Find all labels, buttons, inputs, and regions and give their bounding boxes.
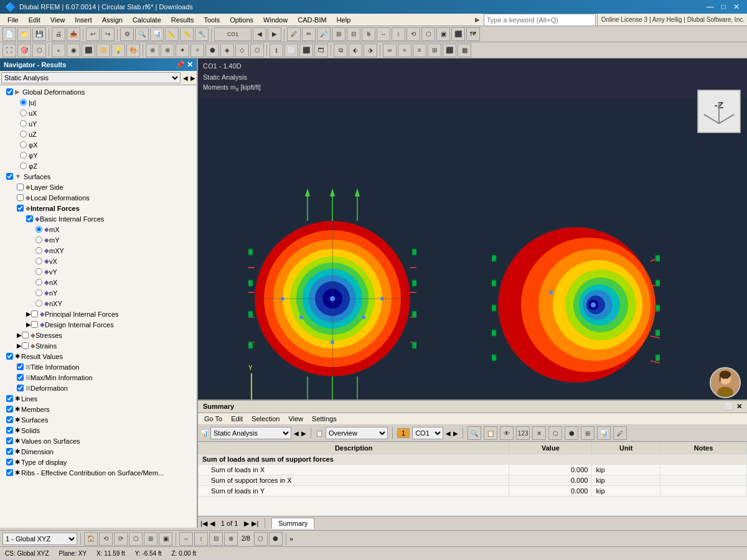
- tb2-btn10[interactable]: ⊕: [146, 44, 159, 57]
- tree-basic-internal-forces[interactable]: ◆ Basic Internal Forces: [0, 213, 197, 224]
- tb2-btn20[interactable]: ⬛: [299, 44, 313, 57]
- tree-title-info-checkbox[interactable]: [17, 363, 24, 370]
- tb1-nav-next[interactable]: ▶: [268, 27, 281, 41]
- tree-nxy-radio[interactable]: [35, 300, 42, 307]
- summary-analysis-select[interactable]: Static Analysis: [210, 427, 291, 439]
- tree-ny-radio[interactable]: [35, 289, 42, 296]
- tree-ribs-checkbox[interactable]: [6, 469, 13, 476]
- tb1-btn1[interactable]: ⚙: [120, 27, 134, 41]
- summary-restore-button[interactable]: ⬜: [725, 403, 734, 411]
- bottom-tb-btn7[interactable]: ↔: [179, 532, 193, 546]
- tb1-btn16[interactable]: ⬡: [421, 27, 435, 41]
- tb1-btn15[interactable]: ⟲: [406, 27, 420, 41]
- tb2-btn27[interactable]: ≡: [413, 44, 426, 57]
- menu-edit[interactable]: Edit: [24, 15, 45, 25]
- page-next-next-button[interactable]: ▶|: [251, 520, 258, 528]
- tb2-btn7[interactable]: 🔆: [96, 44, 110, 57]
- tree-vx[interactable]: ◆ vX: [0, 256, 197, 266]
- tree-lines[interactable]: ✱ Lines: [0, 393, 197, 404]
- tree-uy-radio[interactable]: [20, 120, 27, 127]
- bottom-more[interactable]: »: [289, 535, 293, 543]
- tb2-btn12[interactable]: ✦: [176, 44, 189, 57]
- tb2-btn8[interactable]: 💡: [111, 44, 125, 57]
- tree-nx[interactable]: ◆ nX: [0, 277, 197, 287]
- tree-ux[interactable]: uX: [0, 108, 197, 118]
- tb1-btn17[interactable]: ▣: [436, 27, 450, 41]
- tree-phiY[interactable]: φY: [0, 150, 197, 161]
- tree-stresses-checkbox[interactable]: [22, 332, 29, 338]
- summary-close-button[interactable]: ✕: [736, 403, 742, 411]
- summary-tb-btn7[interactable]: ⬢: [565, 426, 578, 440]
- tb2-btn28[interactable]: ⊞: [428, 44, 441, 57]
- tb2-btn3[interactable]: ⬡: [32, 44, 46, 57]
- open-button[interactable]: 📁: [17, 27, 31, 41]
- tb2-btn30[interactable]: ▩: [458, 44, 471, 57]
- tree-nx-radio[interactable]: [35, 279, 42, 286]
- tree-phiZ-radio[interactable]: [20, 162, 27, 169]
- menu-cadbim[interactable]: CAD-BIM: [293, 15, 331, 25]
- maximize-button[interactable]: □: [719, 2, 728, 11]
- summary-menu-settings[interactable]: Settings: [308, 414, 341, 423]
- bottom-tb-btn5[interactable]: ⊞: [144, 532, 157, 546]
- tree-maxmin-information[interactable]: ⊞ Max/Min Information: [0, 372, 197, 383]
- summary-menu-goto[interactable]: Go To: [200, 414, 226, 423]
- summary-tb-btn8[interactable]: ⊞: [581, 426, 594, 440]
- navigator-analysis-select[interactable]: Static Analysis: [1, 72, 181, 83]
- bottom-tb-btn6[interactable]: ▣: [159, 532, 172, 546]
- tree-surfaces-checkbox[interactable]: [6, 173, 13, 180]
- tree-members[interactable]: ✱ Members: [0, 404, 197, 414]
- summary-prev-button[interactable]: ◀: [294, 430, 299, 437]
- tree-phiZ[interactable]: φZ: [0, 161, 197, 171]
- tree-my[interactable]: ◆ mY: [0, 235, 197, 245]
- tb2-btn9[interactable]: 🎨: [126, 44, 140, 57]
- tb2-btn15[interactable]: ◈: [220, 44, 234, 57]
- tree-my-radio[interactable]: [35, 236, 42, 243]
- tree-uy[interactable]: uY: [0, 118, 197, 129]
- menu-view[interactable]: View: [45, 15, 70, 25]
- menu-options[interactable]: Options: [225, 15, 258, 25]
- tb2-btn26[interactable]: ≈: [398, 44, 411, 57]
- summary-tb-btn10[interactable]: 🖊: [613, 426, 627, 440]
- tree-maxmin-checkbox[interactable]: [17, 374, 24, 381]
- menu-calculate[interactable]: Calculate: [128, 15, 166, 25]
- tb2-btn1[interactable]: ⛶: [2, 44, 16, 57]
- menu-insert[interactable]: Insert: [70, 15, 97, 25]
- tree-internal-forces-checkbox[interactable]: [17, 205, 24, 212]
- undo-button[interactable]: ↩: [86, 27, 100, 41]
- summary-header-controls[interactable]: ⬜ ✕: [725, 403, 742, 411]
- tree-uz-radio[interactable]: [20, 131, 27, 138]
- tb2-btn14[interactable]: ⬟: [205, 44, 219, 57]
- summary-lc-next-button[interactable]: ▶: [453, 430, 458, 437]
- summary-tab[interactable]: Summary: [271, 518, 314, 529]
- tree-internal-forces[interactable]: ◆ Internal Forces: [0, 203, 197, 213]
- tb1-btn11[interactable]: ⊟: [347, 27, 360, 41]
- tree-mxy-radio[interactable]: [35, 247, 42, 254]
- bottom-tb-btn11[interactable]: ⬡: [254, 532, 268, 546]
- summary-next-button[interactable]: ▶: [301, 430, 306, 437]
- tb1-btn2[interactable]: 🔍: [135, 27, 149, 41]
- tb1-loadcase[interactable]: CO1: [214, 27, 251, 41]
- summary-lc-prev-button[interactable]: ◀: [446, 430, 451, 437]
- tree-surfaces[interactable]: ▼ Surfaces: [0, 171, 197, 182]
- tb2-btn22[interactable]: ⧉: [334, 44, 347, 57]
- tb2-btn11[interactable]: ⊗: [161, 44, 174, 57]
- summary-overview-select[interactable]: Overview: [326, 427, 388, 439]
- bottom-tb-btn3[interactable]: ⟳: [114, 532, 128, 546]
- tree-surfaces-node-checkbox[interactable]: [6, 416, 13, 423]
- tree-result-values-checkbox[interactable]: [6, 353, 13, 360]
- tree-basic-internal-forces-checkbox[interactable]: [26, 215, 33, 222]
- tb2-btn2[interactable]: 🎯: [17, 44, 31, 57]
- summary-tb-btn1[interactable]: 🔍: [467, 426, 481, 440]
- bottom-tb-btn4[interactable]: ⬡: [129, 532, 143, 546]
- tree-surfaces-node[interactable]: ✱ Surfaces: [0, 414, 197, 425]
- tree-mxy[interactable]: ◆ mXY: [0, 245, 197, 256]
- tb2-btn4[interactable]: ∘: [52, 44, 65, 57]
- tree-type-of-display[interactable]: ✱ Type of display: [0, 457, 197, 467]
- bottom-view-select[interactable]: 1 - Global XYZ: [2, 533, 77, 545]
- tree-result-values[interactable]: ✱ Result Values: [0, 351, 197, 362]
- navigator-prev-button[interactable]: ◀: [183, 75, 188, 82]
- tb1-btn8[interactable]: ✏: [302, 27, 316, 41]
- menu-tools[interactable]: Tools: [199, 15, 225, 25]
- tb2-btn23[interactable]: ⬖: [349, 44, 362, 57]
- menu-window[interactable]: Window: [258, 15, 293, 25]
